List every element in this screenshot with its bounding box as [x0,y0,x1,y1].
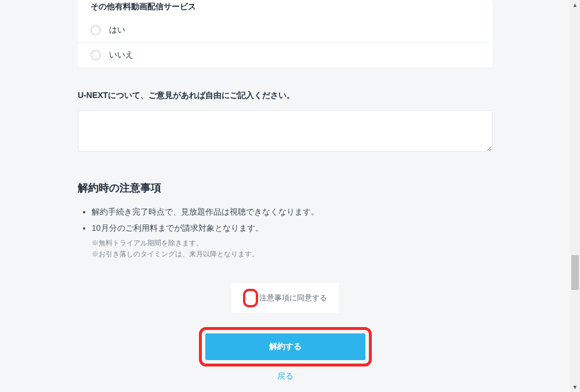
scroll-up-arrow-icon[interactable]: ▲ [570,0,580,10]
cancel-button-highlight: 解約する [199,327,372,366]
survey-question-label: その他有料動画配信サービス [78,0,492,18]
consent-checkbox-container[interactable]: 注意事項に同意する [231,283,339,313]
list-item: 10月分のご利用料までが請求対象となります。 [92,222,492,235]
cancel-notes-heading: 解約時の注意事項 [78,181,492,195]
consent-checkbox-highlight [243,289,258,307]
scrollbar-thumb[interactable] [571,255,579,290]
radio-option-no[interactable]: いいえ [78,43,492,67]
list-item: 解約手続き完了時点で、見放題作品は視聴できなくなります。 [92,205,492,219]
radio-icon [90,25,101,35]
radio-icon [90,50,101,60]
feedback-textarea[interactable] [78,110,492,152]
cancel-subnote: ※無料トライアル期間を除きます。 [92,238,492,249]
back-link[interactable]: 戻る [277,371,293,382]
cancel-notes-list: 解約手続き完了時点で、見放題作品は視聴できなくなります。 10月分のご利用料まで… [78,205,492,235]
radio-option-yes[interactable]: はい [78,18,492,43]
cancel-button[interactable]: 解約する [205,333,365,360]
free-text-prompt: U-NEXTについて、ご意見があれば自由にご記入ください。 [78,90,492,101]
cancel-subnote: ※お引き落しのタイミングは、来月以降となります。 [92,249,492,260]
survey-other-service-card: その他有料動画配信サービス はい いいえ [78,0,492,67]
scrollbar-track[interactable]: ▲ ▼ [570,0,580,392]
consent-label: 注意事項に同意する [259,293,327,303]
radio-label: いいえ [109,50,133,60]
scroll-down-arrow-icon[interactable]: ▼ [570,382,580,392]
radio-label: はい [109,25,125,35]
